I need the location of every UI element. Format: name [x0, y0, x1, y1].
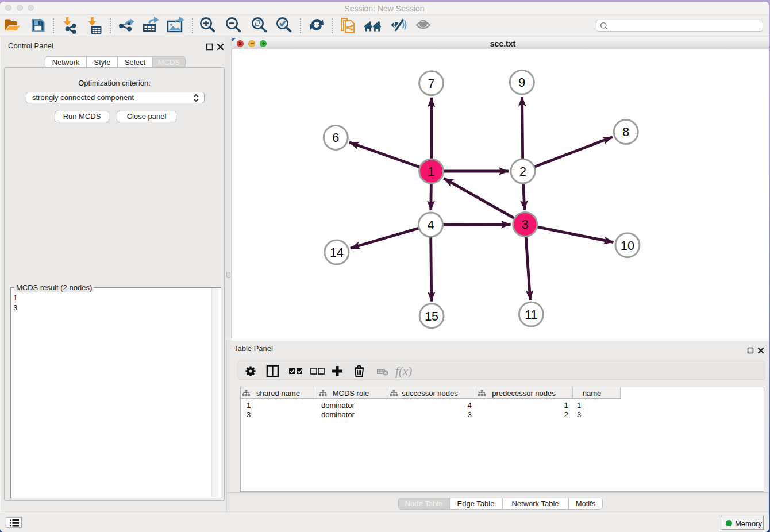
svg-text:14: 14 [330, 246, 344, 260]
svg-text:shared name: shared name [256, 389, 300, 398]
svg-text:3: 3 [522, 218, 529, 232]
svg-text:11: 11 [525, 308, 537, 322]
svg-text:2: 2 [519, 165, 526, 179]
svg-text:7: 7 [428, 77, 435, 91]
svg-text:MCDS role: MCDS role [333, 389, 369, 398]
svg-text:f(x): f(x) [395, 364, 412, 378]
svg-text:6: 6 [332, 131, 339, 145]
svg-text:name: name [583, 389, 602, 398]
svg-text:predecessor nodes: predecessor nodes [492, 389, 556, 398]
svg-text:8: 8 [622, 125, 629, 139]
svg-text:1: 1 [428, 165, 435, 179]
svg-text:4: 4 [428, 218, 434, 232]
svg-text:9: 9 [518, 76, 525, 90]
svg-text:10: 10 [621, 239, 634, 253]
svg-text:15: 15 [425, 310, 438, 323]
svg-text:successor nodes: successor nodes [402, 389, 458, 398]
